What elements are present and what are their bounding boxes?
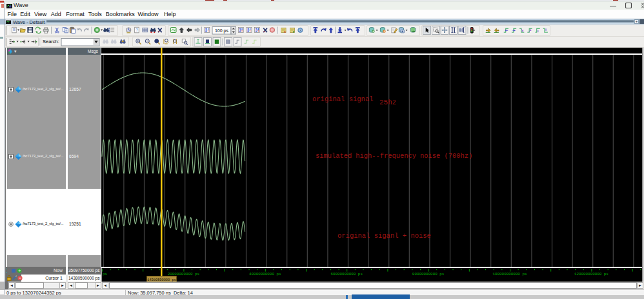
svg-text:80000000000 ps: 80000000000 ps <box>412 272 445 276</box>
svg-text:100000000000 ps: 100000000000 ps <box>492 272 527 276</box>
svg-text:25hz: 25hz <box>379 99 396 106</box>
svg-text:60000000000 ps: 60000000000 ps <box>330 272 363 276</box>
svg-text:40000000000 ps: 40000000000 ps <box>249 272 281 276</box>
svg-text:original signal: original signal <box>312 95 374 103</box>
svg-text:original siganl + noise: original siganl + noise <box>337 232 431 240</box>
svg-text:20000000000 ps: 20000000000 ps <box>168 272 200 276</box>
svg-text:ps: ps <box>103 272 108 276</box>
svg-text:120000000000 ps: 120000000000 ps <box>574 272 609 276</box>
svg-text:simulated high--frequency nois: simulated high--frequency noise (700hz) <box>316 152 472 160</box>
